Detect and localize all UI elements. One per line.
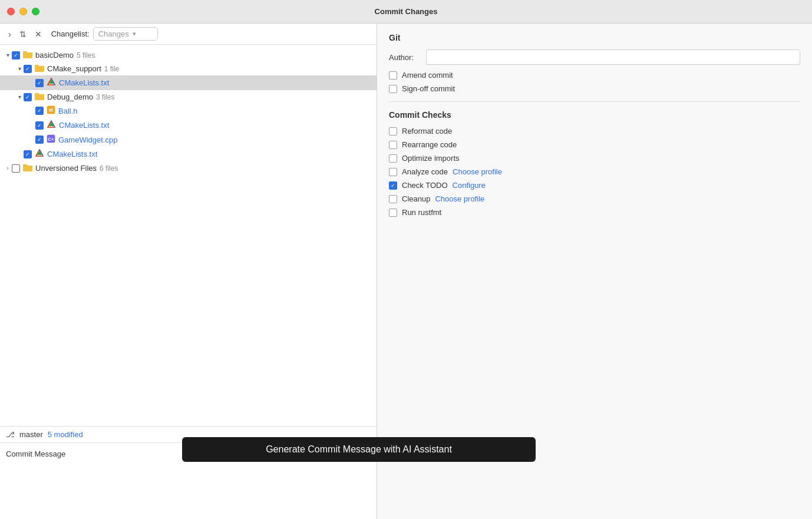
tree-checkbox[interactable]: ✓ bbox=[12, 51, 20, 59]
file-name: Unversioned Files bbox=[35, 164, 97, 173]
check-reformat[interactable] bbox=[389, 127, 397, 135]
tree-item-debug_demo[interactable]: ▾✓Debug_demo3 files bbox=[0, 90, 377, 104]
svg-text:H: H bbox=[49, 107, 53, 113]
changelist-dropdown[interactable]: Changes ▾ bbox=[93, 27, 158, 41]
file-count: 6 files bbox=[100, 164, 118, 173]
chevron-down-icon: ▾ bbox=[133, 30, 136, 38]
tree-checkbox[interactable]: ✓ bbox=[35, 79, 44, 87]
check-link-todo[interactable]: Configure bbox=[453, 181, 486, 190]
check-link-cleanup[interactable]: Choose profile bbox=[435, 194, 484, 203]
sort-button[interactable]: ⇅ bbox=[17, 28, 29, 40]
tree-item-cmake_support[interactable]: ▾✓CMake_support1 file bbox=[0, 62, 377, 75]
author-input[interactable] bbox=[426, 49, 800, 65]
check-analyze[interactable] bbox=[389, 168, 397, 176]
tree-item-gamewidget[interactable]: ✓C+GameWidget.cpp bbox=[0, 133, 377, 147]
changelist-value: Changes bbox=[98, 29, 129, 38]
main-container: › ⇅ ✕ Changelist: Changes ▾ ▾✓basicDemo5… bbox=[0, 24, 812, 519]
check-row-rustfmt: Run rustfmt bbox=[389, 208, 800, 217]
check-optimize[interactable] bbox=[389, 154, 397, 163]
file-name: Debug_demo bbox=[47, 92, 93, 101]
left-panel: › ⇅ ✕ Changelist: Changes ▾ ▾✓basicDemo5… bbox=[0, 24, 377, 519]
file-name: CMakeLists.txt bbox=[47, 150, 97, 158]
author-row: Author: bbox=[389, 49, 800, 65]
minimize-button[interactable] bbox=[19, 8, 27, 15]
file-icon bbox=[23, 163, 32, 173]
svg-rect-20 bbox=[23, 164, 27, 167]
collapse-button[interactable]: ✕ bbox=[32, 28, 44, 40]
ai-button-container: Generate Commit Message with AI Assistan… bbox=[357, 447, 371, 461]
expand-button[interactable]: › bbox=[6, 28, 14, 40]
signoff-commit-row: Sign-off commit bbox=[389, 84, 800, 93]
maximize-button[interactable] bbox=[32, 8, 39, 15]
amend-commit-label: Amend commit bbox=[402, 71, 453, 80]
tree-expander: ▾ bbox=[15, 94, 24, 100]
file-icon: C+ bbox=[47, 134, 55, 145]
tree-item-ball_h[interactable]: ✓HBall.h bbox=[0, 104, 377, 118]
tree-checkbox[interactable]: ✓ bbox=[35, 107, 44, 115]
tree-checkbox[interactable] bbox=[12, 164, 20, 173]
titlebar: Commit Changes bbox=[0, 0, 812, 24]
check-link-analyze[interactable]: Choose profile bbox=[453, 167, 502, 176]
check-label-optimize: Optimize imports bbox=[402, 154, 460, 163]
commit-message-header: Commit Message 🕐 Gener bbox=[0, 443, 377, 463]
tree-expander: › bbox=[4, 165, 12, 171]
check-label-reformat: Reformat code bbox=[402, 127, 452, 135]
window-title: Commit Changes bbox=[375, 7, 438, 16]
ai-tooltip: Generate Commit Message with AI Assistan… bbox=[182, 437, 536, 462]
file-icon bbox=[35, 92, 44, 102]
file-name: GameWidget.cpp bbox=[58, 135, 117, 144]
file-icon bbox=[23, 50, 32, 60]
tree-item-cmakelists_top[interactable]: ✓CMakeLists.txt bbox=[0, 147, 377, 161]
tree-expander: ▾ bbox=[15, 65, 24, 72]
check-rearrange[interactable] bbox=[389, 141, 397, 149]
tree-expander: ▾ bbox=[4, 52, 12, 58]
signoff-commit-checkbox[interactable] bbox=[389, 85, 397, 93]
amend-commit-row: Amend commit bbox=[389, 71, 800, 80]
tree-item-unversioned[interactable]: ›Unversioned Files6 files bbox=[0, 161, 377, 175]
tree-checkbox[interactable]: ✓ bbox=[35, 121, 44, 130]
traffic-lights bbox=[7, 8, 39, 15]
commit-message-input[interactable] bbox=[0, 463, 377, 510]
check-label-analyze: Analyze code bbox=[402, 167, 448, 176]
tree-checkbox[interactable]: ✓ bbox=[24, 65, 32, 73]
file-name: CMakeLists.txt bbox=[59, 78, 109, 87]
check-label-todo: Check TODO bbox=[402, 181, 448, 190]
divider-1 bbox=[389, 101, 800, 102]
file-icon bbox=[35, 148, 44, 160]
file-count: 1 file bbox=[104, 65, 119, 73]
tree-checkbox[interactable]: ✓ bbox=[24, 93, 32, 101]
check-row-todo: ✓Check TODOConfigure bbox=[389, 181, 800, 190]
file-name: basicDemo bbox=[35, 51, 74, 59]
tree-item-cmakelists_root[interactable]: ✓CMakeLists.txt bbox=[0, 75, 377, 90]
branch-icon: ⎇ bbox=[6, 430, 15, 439]
branch-name: master bbox=[19, 430, 43, 439]
modified-count: 5 modified bbox=[48, 430, 83, 439]
git-section-title: Git bbox=[389, 33, 800, 42]
check-row-reformat: Reformat code bbox=[389, 127, 800, 135]
check-label-cleanup: Cleanup bbox=[402, 194, 430, 203]
check-todo[interactable]: ✓ bbox=[389, 181, 397, 190]
file-icon bbox=[47, 120, 56, 131]
tree-checkbox[interactable]: ✓ bbox=[24, 150, 32, 158]
amend-commit-checkbox[interactable] bbox=[389, 71, 397, 80]
commit-message-actions: 🕐 Generate Commit Message with AI Assist… bbox=[341, 447, 371, 461]
file-count: 5 files bbox=[77, 51, 95, 59]
check-label-rearrange: Rearrange code bbox=[402, 140, 457, 149]
svg-rect-3 bbox=[35, 65, 39, 67]
check-rustfmt[interactable] bbox=[389, 209, 397, 217]
close-button[interactable] bbox=[7, 8, 15, 15]
tree-item-cmakelists_debug[interactable]: ✓CMakeLists.txt bbox=[0, 118, 377, 133]
commit-checks-title: Commit Checks bbox=[389, 110, 800, 120]
check-cleanup[interactable] bbox=[389, 195, 397, 203]
file-count: 3 files bbox=[96, 93, 114, 101]
svg-rect-1 bbox=[23, 51, 27, 54]
tree-checkbox[interactable]: ✓ bbox=[35, 135, 44, 144]
check-row-cleanup: CleanupChoose profile bbox=[389, 194, 800, 203]
svg-rect-8 bbox=[35, 93, 39, 95]
file-name: CMakeLists.txt bbox=[59, 121, 109, 130]
tree-item-basicDemo[interactable]: ▾✓basicDemo5 files bbox=[0, 48, 377, 62]
file-name: Ball.h bbox=[58, 107, 78, 115]
checks-list: Reformat codeRearrange codeOptimize impo… bbox=[389, 127, 800, 217]
file-icon bbox=[47, 77, 56, 88]
commit-message-area: Commit Message 🕐 Gener bbox=[0, 442, 377, 519]
